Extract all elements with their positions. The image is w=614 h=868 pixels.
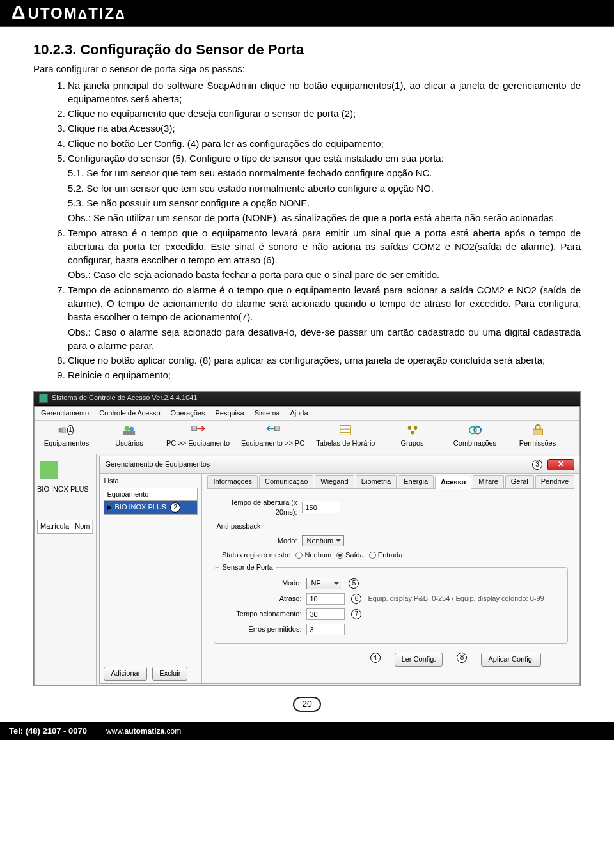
step-8: Clique no botão aplicar config. (8) para… — [68, 353, 581, 367]
menu-operacoes[interactable]: Operações — [171, 408, 205, 419]
marker-2: 2 — [170, 502, 180, 513]
erros-input[interactable]: 3 — [306, 624, 345, 635]
step-9: Reinicie o equipamento; — [68, 368, 581, 382]
ler-config-button[interactable]: Ler Config. — [395, 653, 443, 667]
add-button[interactable]: Adicionar — [104, 667, 147, 681]
svg-point-3 — [129, 427, 134, 431]
tab-comunicacao[interactable]: Comunicação — [259, 475, 313, 488]
acion-input[interactable]: 30 — [306, 608, 345, 620]
tab-pendrive[interactable]: Pendrive — [535, 475, 574, 488]
list-header: Equipamento — [104, 488, 198, 502]
step-5-text: Configuração do sensor (5). Configure o … — [68, 153, 444, 164]
step-7-obs: Obs.: Caso o alarme seja acionado para d… — [68, 325, 581, 353]
equip-icon: 1 — [58, 423, 75, 437]
svg-rect-5 — [191, 426, 196, 431]
radio-nenhum-label: Nenhum — [304, 551, 331, 559]
tab-geral[interactable]: Geral — [505, 475, 534, 488]
tool-equipamentos[interactable]: 1 Equipamentos — [41, 423, 92, 449]
step-6: Tempo atraso é o tempo que o equipamento… — [68, 226, 581, 282]
tool-equip-label: Equipamentos — [44, 438, 89, 449]
tab-energia[interactable]: Energia — [398, 475, 434, 488]
svg-point-10 — [407, 426, 411, 430]
sensor-modo-value: NF — [311, 578, 320, 589]
tab-acesso[interactable]: Acesso — [435, 476, 471, 489]
grid-header: Matrícula Nom — [37, 520, 93, 534]
tool-pc-equip[interactable]: PC >> Equipamento — [166, 423, 230, 449]
dialog-title: Gerenciamento de Equipamentos 3 ✕ — [100, 456, 579, 474]
brand-delta-icon: Δ — [12, 3, 27, 22]
menu-pesquisa[interactable]: Pesquisa — [215, 408, 244, 419]
svg-rect-6 — [274, 426, 279, 431]
tool-permissoes[interactable]: Permissões — [512, 423, 563, 449]
marker-6: 6 — [351, 594, 361, 604]
step-6-obs: Obs.: Caso ele seja acionado basta fecha… — [68, 268, 581, 281]
radio-dot-icon — [295, 552, 303, 559]
step-5-3: 5.3. Se não possuir um sensor configure … — [68, 196, 581, 210]
equip-dialog: Gerenciamento de Equipamentos 3 ✕ Lista … — [99, 456, 580, 684]
toolbar: 1 Equipamentos Usuários PC >> Equipament… — [35, 421, 579, 454]
menu-gerenciamento[interactable]: Gerenciamento — [41, 408, 89, 419]
radio-nenhum[interactable]: Nenhum — [295, 550, 331, 561]
list-legend: Lista — [104, 476, 198, 486]
tool-combinacoes[interactable]: Combinações — [450, 423, 501, 449]
footer-bar: Tel: (48) 2107 - 0070 www.automatiza.com — [0, 722, 614, 740]
anti-passback-label: Anti-passback — [216, 522, 260, 532]
combin-icon — [467, 423, 484, 437]
footer-url-post: .com — [164, 727, 181, 736]
brand-bar: Δ UTOMΔTIZΔ — [0, 0, 614, 27]
menu-controle[interactable]: Controle de Acesso — [99, 408, 160, 419]
footer-url-bold: automatiza — [125, 727, 165, 736]
list-pane: Lista Equipamento BIO INOX PLUS 2 Adicio… — [100, 474, 202, 683]
tab-mifare[interactable]: Mifare — [473, 475, 504, 488]
tab-biometria[interactable]: Biometria — [356, 475, 397, 488]
device-icon — [40, 461, 58, 479]
footer-tel: Tel: (48) 2107 - 0070 — [9, 726, 87, 736]
delete-button[interactable]: Excluir — [152, 667, 187, 681]
marker-5: 5 — [349, 578, 359, 589]
acion-label: Tempo acionamento: — [218, 609, 301, 619]
menu-sistema[interactable]: Sistema — [255, 408, 280, 419]
close-button[interactable]: ✕ — [547, 459, 574, 470]
aplicar-config-button[interactable]: Aplicar Config. — [481, 653, 541, 667]
tool-tabelas[interactable]: Tabelas de Horário — [316, 423, 375, 449]
marker-4: 4 — [370, 653, 381, 663]
radio-entrada[interactable]: Entrada — [369, 550, 403, 561]
radio-saida[interactable]: Saída — [336, 550, 364, 561]
app-titlebar: Sistema de Controle de Acesso Ver.2.4.4.… — [34, 392, 580, 406]
atraso-input[interactable]: 10 — [306, 593, 345, 605]
tool-comb-label: Combinações — [453, 438, 496, 449]
tool-grupos-label: Grupos — [400, 438, 423, 449]
list-row-selected[interactable]: BIO INOX PLUS 2 — [104, 501, 198, 515]
svg-rect-15 — [533, 430, 542, 435]
left-panel: BIO INOX PLUS Matrícula Nom — [35, 454, 97, 685]
svg-rect-0 — [59, 428, 61, 432]
tool-users-label: Usuários — [115, 438, 143, 449]
footer-url: www.automatiza.com — [106, 727, 181, 736]
brand-text: UTOMΔTIZΔ — [28, 4, 126, 22]
menu-ajuda[interactable]: Ajuda — [290, 408, 308, 419]
tool-usuarios[interactable]: Usuários — [104, 423, 155, 449]
svg-point-14 — [474, 427, 481, 434]
svg-rect-7 — [340, 426, 351, 435]
list-row-text: BIO INOX PLUS — [114, 502, 166, 513]
row-arrow-icon — [107, 505, 112, 510]
tab-wiegand[interactable]: Wiegand — [315, 475, 354, 488]
steps-list: Na janela principal do software SoapAdmi… — [33, 79, 581, 382]
step-7-text: Tempo de acionamento do alarme é o tempo… — [68, 284, 581, 323]
tool-equip-pc[interactable]: Equipamento >> PC — [241, 423, 304, 449]
sensor-frame: Sensor de Porta Modo: NF 5 Atraso: — [214, 567, 568, 644]
atraso-hint: Equip. display P&B: 0-254 / Equip. displ… — [368, 594, 544, 604]
step-5-obs: Obs.: Se não utilizar um sensor de porta… — [68, 211, 581, 224]
modo-combo[interactable]: Nenhum — [302, 535, 344, 546]
step-1: Na janela principal do software SoapAdmi… — [68, 79, 581, 106]
tool-grupos[interactable]: Grupos — [387, 423, 438, 449]
form-area: Tempo de abertura (x 20ms): 150 Anti-pas… — [207, 489, 574, 678]
tool-tabelas-label: Tabelas de Horário — [316, 438, 375, 449]
abertura-input[interactable]: 150 — [302, 502, 340, 513]
step-5: Configuração do sensor (5). Configure o … — [68, 151, 581, 224]
tab-informacoes[interactable]: Informações — [207, 475, 258, 488]
step-5-1: 5.1. Se for um sensor que tem seu estado… — [68, 166, 581, 180]
sensor-modo-combo[interactable]: NF — [306, 578, 342, 589]
radio-entrada-label: Entrada — [378, 551, 403, 559]
step-6-text: Tempo atraso é o tempo que o equipamento… — [68, 228, 581, 266]
